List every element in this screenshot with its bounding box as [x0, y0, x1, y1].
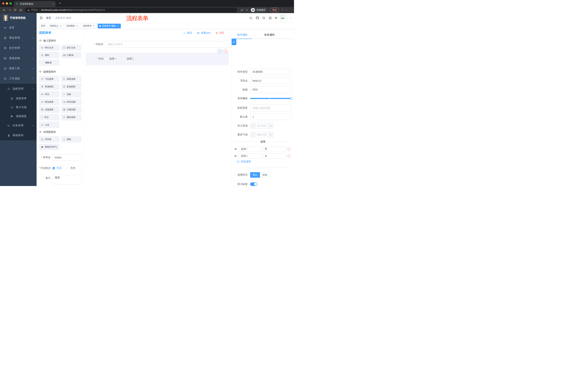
checkbox-icon[interactable]: [105, 57, 107, 60]
canvas-phone-field[interactable]: *手机号: [86, 41, 229, 47]
tag-close-icon[interactable]: ×: [76, 25, 78, 27]
grid-slider[interactable]: [250, 98, 292, 99]
plus-button[interactable]: +: [268, 123, 273, 128]
zoom-window-button[interactable]: [10, 2, 12, 5]
sidebar-item-process-mgmt[interactable]: 流程管理: [0, 84, 37, 94]
fullscreen-icon[interactable]: [269, 16, 272, 20]
duplicate-component-button[interactable]: [217, 49, 222, 53]
github-icon[interactable]: [256, 16, 259, 20]
drawer-handle[interactable]: [231, 39, 236, 45]
sidebar-item-user-group[interactable]: 用户分组: [0, 103, 37, 112]
gender-option-1[interactable]: 选项一: [105, 57, 117, 60]
avatar[interactable]: [280, 15, 287, 21]
browser-tab[interactable]: 芋道管理系统 ×: [14, 1, 56, 7]
font-size-icon[interactable]: tT: [275, 16, 277, 20]
browser-menu-icon[interactable]: ⋮: [281, 9, 284, 11]
breadcrumb-home[interactable]: 首页: [46, 16, 51, 20]
canvas-selected-gender-field[interactable]: *性别 选项一 选项二: [86, 53, 229, 65]
remove-option-icon[interactable]: −: [287, 148, 291, 151]
show-label-toggle[interactable]: [250, 182, 257, 186]
tag-process-definition[interactable]: 流程定义×: [48, 24, 63, 28]
component-editor[interactable]: 编辑器: [39, 60, 60, 66]
component-row-container[interactable]: 行容器: [39, 136, 60, 142]
key-icon[interactable]: [241, 9, 243, 11]
form-remark-textarea[interactable]: 嘿嘿: [52, 175, 81, 184]
phone-input[interactable]: [105, 41, 229, 47]
search-icon[interactable]: [249, 16, 252, 20]
tag-close-icon[interactable]: ×: [93, 25, 95, 27]
component-select[interactable]: 下拉选择: [39, 76, 60, 82]
component-color-picker[interactable]: 颜色选择: [61, 114, 82, 120]
gender-option-2[interactable]: 选项二: [122, 57, 134, 60]
sidebar-item-infra[interactable]: 基础设施: [0, 53, 37, 63]
minus-button[interactable]: −: [250, 123, 255, 128]
component-password[interactable]: 密码: [39, 52, 60, 58]
tab-component-props[interactable]: 组件属性: [237, 33, 248, 37]
remove-option-icon[interactable]: −: [287, 154, 291, 158]
component-rate[interactable]: ☆评分: [39, 114, 60, 120]
address-bar[interactable]: 不安全 dashboard.yudao.iocoder.cn/bpm/manag…: [25, 8, 237, 12]
minus-button[interactable]: −: [250, 132, 255, 138]
tag-home[interactable]: 首页: [39, 24, 47, 28]
new-tab-button[interactable]: +: [58, 1, 62, 5]
delete-component-button[interactable]: [223, 49, 228, 53]
chevron-down-icon[interactable]: ▾: [286, 9, 287, 11]
component-single-text[interactable]: 单行文本: [39, 45, 60, 51]
form-name-input[interactable]: [52, 154, 81, 160]
tag-process-model[interactable]: 流程模型×: [64, 24, 80, 28]
label-width-input[interactable]: [250, 105, 292, 111]
min-select-value[interactable]: 至少应选: [255, 123, 268, 128]
component-switch[interactable]: 开关: [39, 91, 60, 97]
sidebar-item-devtools[interactable]: 研发工具: [0, 63, 37, 74]
forward-icon[interactable]: [7, 8, 12, 12]
component-time-range[interactable]: 时间范围: [61, 99, 82, 105]
sidebar-logo[interactable]: 芋道管理系统: [0, 13, 37, 22]
tag-close-icon[interactable]: ×: [60, 25, 62, 27]
slider-thumb[interactable]: [290, 97, 292, 100]
sidebar-item-leave-query[interactable]: 请假查询: [0, 130, 37, 140]
sidebar-item-workflow[interactable]: 工作流程: [0, 74, 37, 84]
drag-handle-icon[interactable]: [234, 148, 237, 150]
component-date-picker[interactable]: 日期选择: [39, 106, 60, 113]
help-icon[interactable]: [262, 16, 265, 20]
component-time-picker[interactable]: 时间选择: [39, 99, 60, 105]
tag-process-form-edit[interactable]: 流程表单-编辑×: [98, 24, 121, 28]
option-value-input[interactable]: [262, 146, 286, 152]
checkbox-icon[interactable]: [122, 57, 125, 60]
style-button-button[interactable]: 按钮: [260, 172, 270, 178]
back-icon[interactable]: [2, 8, 7, 12]
radio-off-label[interactable]: 关闭: [70, 167, 75, 170]
component-counter[interactable]: 123计数器: [61, 52, 82, 58]
option-value-input[interactable]: [262, 153, 286, 159]
component-radio-group[interactable]: 单选框组: [39, 83, 60, 90]
option-name-input[interactable]: [239, 146, 262, 152]
tag-close-icon[interactable]: ×: [117, 25, 119, 27]
close-window-button[interactable]: [2, 2, 4, 5]
radio-on[interactable]: [52, 167, 55, 170]
drag-handle-icon[interactable]: [234, 155, 237, 158]
component-date-range[interactable]: 日期范围: [61, 106, 82, 113]
sidebar-collapse-icon[interactable]: [40, 16, 43, 20]
browser-update-button[interactable]: 更新: [270, 8, 279, 12]
style-default-button[interactable]: 默认: [250, 172, 260, 178]
sidebar-item-system[interactable]: 系统管理: [0, 33, 37, 43]
component-multi-text[interactable]: 多行文本: [61, 45, 82, 51]
form-canvas[interactable]: *手机号 *性别 选项一 选项二: [83, 29, 231, 186]
component-type-select[interactable]: [250, 69, 292, 75]
title-input[interactable]: [250, 86, 292, 93]
plus-button[interactable]: +: [268, 132, 273, 138]
tab-close-icon[interactable]: ×: [52, 2, 54, 5]
component-checkbox-group[interactable]: 多选框组: [61, 83, 82, 90]
radio-off[interactable]: [66, 167, 69, 170]
component-table[interactable]: 表格[开发中]: [39, 144, 60, 150]
field-name-input[interactable]: [250, 77, 292, 84]
reload-icon[interactable]: [13, 8, 18, 12]
tab-form-props[interactable]: 表单属性: [264, 33, 275, 37]
radio-on-label[interactable]: 开启: [56, 167, 62, 170]
component-button[interactable]: 按钮: [61, 136, 82, 142]
max-select-value[interactable]: 最多可选: [255, 132, 268, 138]
sidebar-item-home[interactable]: 首页: [0, 22, 37, 33]
component-slider[interactable]: 滑块: [61, 91, 82, 97]
component-upload[interactable]: 上传: [39, 122, 60, 128]
sidebar-item-process-model[interactable]: 流程模型: [0, 112, 37, 121]
